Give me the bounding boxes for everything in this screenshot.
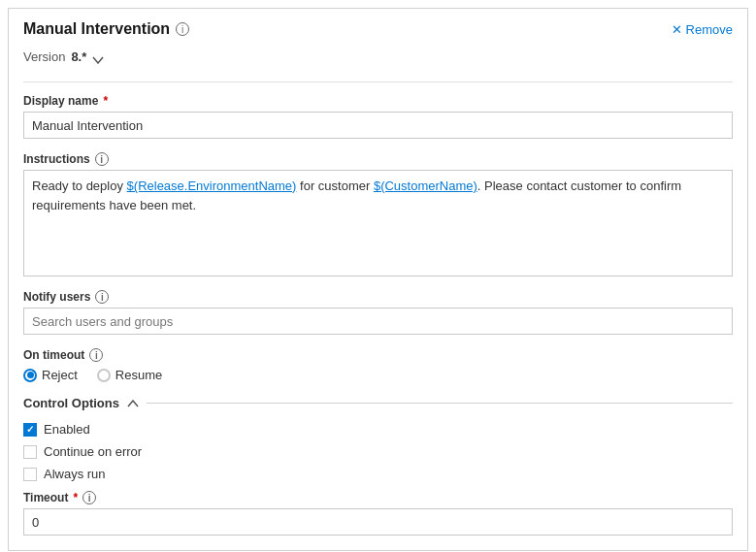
version-value: 8.* [71, 49, 86, 64]
control-options-chevron-icon[interactable] [127, 396, 139, 410]
continue-on-error-checkbox[interactable] [23, 445, 37, 459]
notify-users-search-input[interactable] [23, 308, 733, 335]
notify-users-info-icon[interactable]: i [95, 290, 109, 304]
panel-title: Manual Intervention [23, 20, 170, 38]
resume-radio-option[interactable]: Resume [97, 368, 162, 382]
header-left: Manual Intervention i [23, 20, 189, 38]
version-chevron-icon[interactable] [92, 52, 102, 62]
control-options-line [147, 403, 733, 404]
control-options-area: Enabled Continue on error Always run [23, 422, 733, 481]
instructions-display[interactable]: Ready to deploy $(Release.EnvironmentNam… [23, 170, 733, 276]
enabled-checkbox-label: Enabled [44, 422, 90, 437]
on-timeout-radio-group: Reject Resume [23, 368, 733, 382]
env-name-link[interactable]: $(Release.EnvironmentName) [127, 179, 297, 193]
timeout-input[interactable] [23, 508, 733, 536]
timeout-info-icon[interactable]: i [82, 491, 96, 504]
instructions-field: Instructions i Ready to deploy $(Release… [23, 152, 733, 276]
display-name-required: * [103, 94, 108, 108]
on-timeout-info-icon[interactable]: i [89, 348, 103, 362]
version-row: Version 8.* [23, 49, 733, 64]
enabled-checkbox-option[interactable]: Enabled [23, 422, 733, 437]
panel-header: Manual Intervention i ✕ Remove [23, 20, 733, 38]
reject-radio-option[interactable]: Reject [23, 368, 78, 382]
always-run-checkbox[interactable] [23, 468, 37, 481]
customer-name-link[interactable]: $(CustomerName) [374, 179, 477, 193]
remove-label: Remove [686, 22, 733, 37]
instructions-info-icon[interactable]: i [95, 152, 109, 166]
control-options-separator: Control Options [23, 396, 733, 410]
top-divider [23, 81, 733, 82]
timeout-required-star: * [73, 491, 78, 504]
timeout-label: Timeout * i [23, 491, 733, 504]
remove-button[interactable]: ✕ Remove [672, 22, 733, 37]
continue-on-error-checkbox-label: Continue on error [44, 444, 142, 459]
checkboxes-group: Enabled Continue on error Always run [23, 422, 733, 481]
remove-x-icon: ✕ [672, 22, 682, 37]
display-name-input[interactable] [23, 112, 733, 139]
continue-on-error-checkbox-option[interactable]: Continue on error [23, 444, 733, 459]
timeout-field: Timeout * i [23, 491, 733, 536]
title-info-icon[interactable]: i [176, 22, 189, 36]
display-name-label: Display name * [23, 94, 733, 108]
instructions-label: Instructions i [23, 152, 733, 166]
resume-radio-label: Resume [115, 368, 162, 382]
on-timeout-label: On timeout i [23, 348, 733, 362]
version-label: Version [23, 49, 65, 64]
enabled-checkbox[interactable] [23, 423, 37, 437]
resume-radio-button[interactable] [97, 369, 111, 382]
manual-intervention-panel: Manual Intervention i ✕ Remove Version 8… [8, 8, 748, 551]
notify-users-field: Notify users i [23, 290, 733, 335]
always-run-checkbox-option[interactable]: Always run [23, 467, 733, 481]
reject-radio-label: Reject [42, 368, 78, 382]
display-name-field: Display name * [23, 94, 733, 139]
on-timeout-section: On timeout i Reject Resume [23, 348, 733, 382]
notify-users-label: Notify users i [23, 290, 733, 304]
reject-radio-button[interactable] [23, 369, 37, 382]
always-run-checkbox-label: Always run [44, 467, 106, 481]
control-options-title: Control Options [23, 396, 119, 410]
